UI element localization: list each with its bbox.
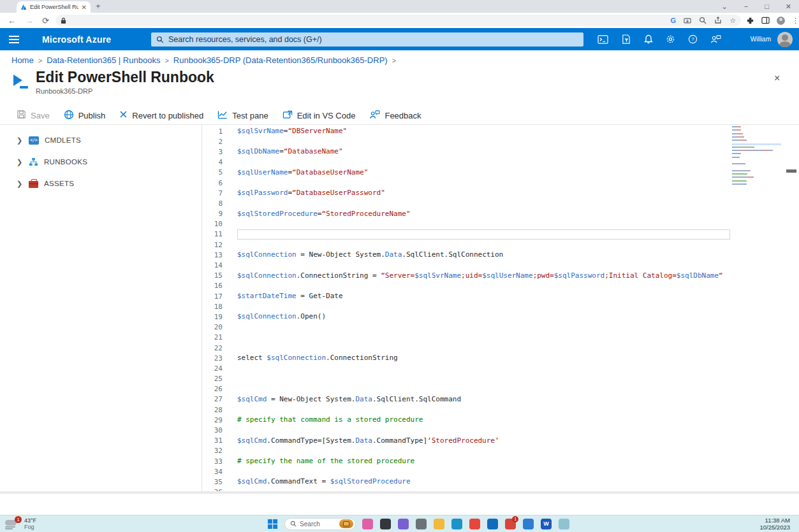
edit-in-vs-code-button[interactable]: Edit in VS Code xyxy=(282,110,356,121)
share-icon[interactable] xyxy=(714,17,722,24)
code-line[interactable]: 26 xyxy=(203,384,730,394)
code-editor[interactable]: 1$sqlSvrName=“DBServerName"2 3$sqlDbName… xyxy=(203,125,799,492)
minimize-icon[interactable]: − xyxy=(744,3,748,10)
file-explorer-icon[interactable] xyxy=(434,519,444,529)
help-icon[interactable]: ? xyxy=(688,34,698,44)
taskbar-clock[interactable]: 11:38 AM 10/25/2023 xyxy=(759,517,790,531)
chevron-right-icon[interactable]: ❯ xyxy=(17,136,23,145)
taskbar-search-box[interactable]: Search xyxy=(284,518,356,530)
code-line[interactable]: 20 xyxy=(203,322,730,333)
code-line[interactable]: 25 xyxy=(203,374,730,384)
refresh-icon[interactable]: ⟳ xyxy=(42,16,49,25)
menu-dots-icon[interactable]: ⋮ xyxy=(792,17,799,25)
code-line[interactable]: 9$sqlStoredProcedure=“StoredProcedureNam… xyxy=(203,209,730,219)
settings-icon[interactable] xyxy=(416,519,427,529)
code-line[interactable]: 13$sqlConnection = New-Object System.Dat… xyxy=(203,250,730,260)
new-tab-button[interactable]: + xyxy=(96,1,101,11)
directory-filter-icon[interactable] xyxy=(621,34,631,44)
code-line[interactable]: 18 xyxy=(203,301,730,312)
profile-icon[interactable] xyxy=(777,17,785,25)
code-line[interactable]: 2 xyxy=(203,136,730,147)
code-line[interactable]: 15$sqlConnection.ConnectionString = “Ser… xyxy=(203,271,730,281)
breadcrumb-link[interactable]: Home xyxy=(11,55,34,65)
cloud-shell-icon[interactable] xyxy=(597,35,608,44)
browser-tab[interactable]: Edit PowerShell Runbook - Micr ✕ xyxy=(17,1,91,13)
chevron-right-icon[interactable]: ❯ xyxy=(17,158,23,166)
code-line[interactable]: 33# specify the name of the stored proce… xyxy=(203,456,730,466)
edge-icon[interactable] xyxy=(451,519,462,529)
chevron-right-icon[interactable]: ❯ xyxy=(17,180,23,188)
send-to-device-icon[interactable] xyxy=(684,17,691,24)
star-icon[interactable]: ☆ xyxy=(729,17,736,25)
settings-icon[interactable] xyxy=(666,34,675,44)
sidebar-icon[interactable] xyxy=(761,17,770,24)
azure-search-input[interactable] xyxy=(168,35,578,44)
outlook-icon[interactable] xyxy=(487,519,498,529)
code-line[interactable]: 14 xyxy=(203,260,730,270)
start-button-icon[interactable] xyxy=(267,519,278,529)
sidebar-item-cmdlets[interactable]: ❯</>CMDLETS xyxy=(17,134,202,147)
zoom-icon[interactable] xyxy=(699,17,707,24)
code-line[interactable]: 32 xyxy=(203,446,730,456)
code-line[interactable]: 4 xyxy=(203,157,730,168)
code-line[interactable]: 1$sqlSvrName=“DBServerName" xyxy=(203,126,730,136)
notifications-icon[interactable] xyxy=(644,34,653,44)
code-line[interactable]: 23select $sqlConnection.ConnectionString xyxy=(203,353,730,363)
chrome-icon[interactable] xyxy=(469,519,480,529)
code-line[interactable]: 8 xyxy=(203,198,730,208)
test-pane-button[interactable]: Test pane xyxy=(217,110,268,121)
code-line[interactable]: 27$sqlCmd = New-Object System.Data.SqlCl… xyxy=(203,394,730,405)
feedback-icon[interactable] xyxy=(710,34,721,44)
code-line[interactable]: 10 xyxy=(203,219,730,229)
azure-brand[interactable]: Microsoft Azure xyxy=(42,34,111,45)
code-line[interactable]: 16 xyxy=(203,281,730,291)
mail-icon[interactable]: 1 xyxy=(505,519,516,529)
code-line[interactable]: 21 xyxy=(203,333,730,343)
code-line[interactable]: 28 xyxy=(203,405,730,415)
avatar[interactable] xyxy=(777,32,793,47)
feedback-button[interactable]: Feedback xyxy=(369,110,421,121)
code-line[interactable]: 29# specify that command is a stored pro… xyxy=(203,415,730,425)
chat-icon[interactable] xyxy=(398,519,409,529)
code-line[interactable]: 30 xyxy=(203,425,730,435)
code-line[interactable]: 22 xyxy=(203,343,730,353)
publish-button[interactable]: Publish xyxy=(64,110,106,122)
code-line[interactable]: 12 xyxy=(203,240,730,250)
breadcrumb-link[interactable]: Data-Retention365 | Runbooks xyxy=(47,55,160,65)
code-line[interactable]: 6 xyxy=(203,178,730,188)
code-line[interactable]: 31$sqlCmd.CommandType=[System.Data.Comma… xyxy=(203,436,730,446)
hamburger-menu-icon[interactable] xyxy=(9,34,19,45)
snipping-tool-icon[interactable] xyxy=(559,519,569,529)
tab-close-icon[interactable]: ✕ xyxy=(82,4,87,11)
sidebar-item-assets[interactable]: ❯ASSETS xyxy=(17,177,202,190)
google-g-icon[interactable]: G xyxy=(671,17,677,24)
paint-icon[interactable] xyxy=(362,519,373,529)
code-line[interactable]: 5$sqlUserName=“DatabaseUserName" xyxy=(203,168,730,178)
close-icon[interactable]: ✕ xyxy=(786,3,791,11)
code-line[interactable]: 3$sqlDbName=“DatabaseName" xyxy=(203,147,730,157)
task-view-icon[interactable] xyxy=(380,519,391,529)
sidebar-item-runbooks[interactable]: ❯RUNBOOKS xyxy=(17,155,202,168)
breadcrumb-link[interactable]: Runbook365-DRP (Data-Retention365/Runboo… xyxy=(173,55,388,65)
code-line[interactable]: 35$sqlCmd.CommandText = $sqlStoredProced… xyxy=(203,477,730,487)
store-icon[interactable] xyxy=(523,519,534,529)
revert-to-published-button[interactable]: Revert to published xyxy=(119,110,203,120)
azure-search-box[interactable] xyxy=(151,32,583,47)
code-line[interactable]: 24 xyxy=(203,363,730,373)
forward-icon[interactable]: → xyxy=(25,16,33,25)
editor-minimap[interactable] xyxy=(732,126,781,187)
code-line[interactable]: 7$sqlPassword=“DatabaseUserPassword" xyxy=(203,188,730,198)
url-input[interactable]: G ☆ xyxy=(55,15,741,26)
restore-icon[interactable]: □ xyxy=(765,3,769,10)
code-line[interactable]: 34 xyxy=(203,466,730,477)
more-options-icon[interactable]: ... xyxy=(193,73,203,83)
weather-widget[interactable]: 1 43°F Fog xyxy=(5,517,36,530)
chevron-down-icon[interactable]: ⌄ xyxy=(721,3,727,11)
extensions-icon[interactable] xyxy=(746,17,754,25)
page-close-icon[interactable]: × xyxy=(774,73,780,84)
back-icon[interactable]: ← xyxy=(8,16,16,25)
code-line[interactable]: 17$startDateTime = Get-Date xyxy=(203,291,730,301)
save-button[interactable]: Save xyxy=(17,110,50,121)
code-line[interactable]: 11 xyxy=(203,229,730,240)
word-icon[interactable]: W xyxy=(541,519,552,529)
